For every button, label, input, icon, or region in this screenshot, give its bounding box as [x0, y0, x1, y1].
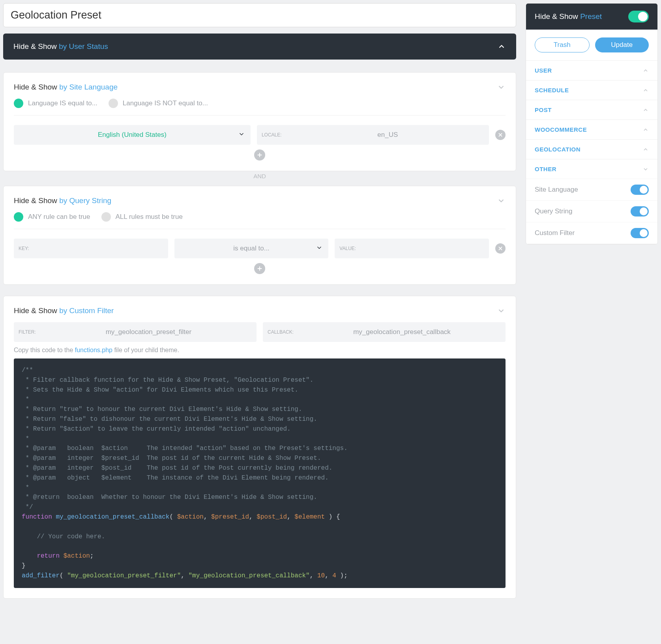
panel-by: by User Status [59, 42, 108, 50]
radio-icon [14, 99, 23, 108]
operator-select[interactable]: is equal to... [174, 239, 329, 258]
filter-name-field[interactable]: FILTER: my_geolocation_preset_filter [14, 322, 257, 342]
trash-button[interactable]: Trash [535, 37, 590, 52]
section-schedule[interactable]: SCHEDULE [526, 80, 657, 100]
chevron-up-icon [642, 127, 649, 133]
chevron-up-icon [642, 107, 649, 113]
radio-all-rules[interactable]: ALL rules must be true [101, 212, 183, 222]
query-string-toggle[interactable] [631, 206, 649, 217]
chevron-down-icon [642, 166, 649, 172]
update-button[interactable]: Update [595, 37, 649, 52]
remove-row-button[interactable] [495, 243, 506, 254]
chevron-up-icon [642, 67, 649, 74]
chevron-down-icon[interactable] [497, 83, 506, 91]
callback-name-field[interactable]: CALLBACK: my_geolocation_preset_callback [263, 322, 506, 342]
site-language-toggle[interactable] [631, 185, 649, 195]
panel-site-language: Hide & Show by Site Language Language IS… [3, 72, 516, 171]
chevron-down-icon[interactable] [497, 196, 506, 205]
chevron-up-icon [642, 146, 649, 153]
chevron-up-icon [642, 87, 649, 93]
remove-row-button[interactable] [495, 130, 506, 140]
panel-prefix: Hide & Show [13, 42, 57, 50]
section-user[interactable]: USER [526, 61, 657, 80]
radio-lang-not-equal[interactable]: Language IS NOT equal to... [109, 99, 208, 108]
language-select[interactable]: English (United States) [14, 125, 251, 145]
add-row-button[interactable] [254, 149, 265, 161]
chevron-down-icon[interactable] [497, 306, 506, 315]
value-field[interactable]: VALUE: [335, 239, 489, 258]
preset-title-input[interactable] [3, 3, 516, 27]
panel-user-status[interactable]: Hide & Show by User Status [3, 34, 516, 60]
toggle-query-string: Query String [526, 200, 657, 222]
section-woocommerce[interactable]: WOOCOMMERCE [526, 120, 657, 139]
key-field[interactable]: KEY: [14, 239, 168, 258]
toggle-custom-filter: Custom Filter [526, 222, 657, 244]
section-other[interactable]: OTHER [526, 159, 657, 179]
chevron-up-icon[interactable] [497, 42, 506, 51]
toggle-site-language: Site Language [526, 179, 657, 200]
chevron-down-icon [316, 244, 323, 253]
radio-icon [14, 212, 23, 222]
chevron-down-icon [238, 131, 245, 139]
section-geolocation[interactable]: GEOLOCATION [526, 140, 657, 159]
help-text: Copy this code to the functions.php file… [14, 347, 506, 354]
panel-custom-filter: Hide & Show by Custom Filter FILTER: my_… [3, 296, 516, 599]
panel-query-string: Hide & Show by Query String ANY rule can… [3, 186, 516, 285]
sidebar-card: Hide & Show Preset Trash Update USER SCH… [526, 3, 658, 245]
custom-filter-toggle[interactable] [631, 228, 649, 238]
section-post[interactable]: POST [526, 100, 657, 119]
add-row-button[interactable] [254, 263, 265, 274]
radio-any-rule[interactable]: ANY rule can be true [14, 212, 90, 222]
radio-icon [101, 212, 111, 222]
functions-php-link[interactable]: functions.php [75, 347, 112, 353]
locale-field[interactable]: LOCALE: en_US [257, 125, 489, 145]
code-snippet: /** * Filter callback function for the H… [14, 358, 506, 588]
preset-enabled-toggle[interactable] [628, 11, 649, 22]
radio-lang-equal[interactable]: Language IS equal to... [14, 99, 97, 108]
connector-and: AND [3, 173, 516, 179]
radio-icon [109, 99, 118, 108]
